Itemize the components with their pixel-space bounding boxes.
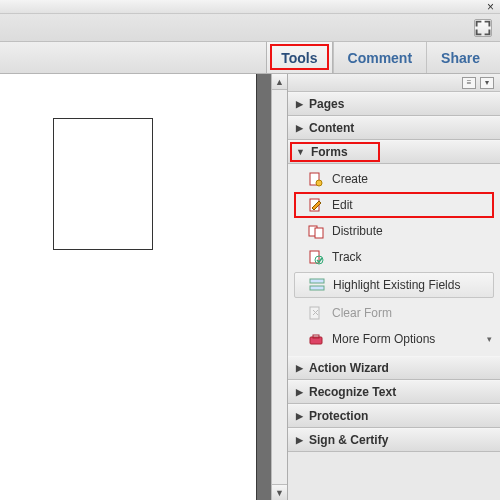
forms-item-create[interactable]: Create xyxy=(288,166,500,192)
triangle-down-icon: ▼ xyxy=(296,147,305,157)
highlight-fields-icon xyxy=(309,277,325,293)
svg-point-1 xyxy=(316,180,322,186)
tab-share[interactable]: Share xyxy=(426,42,494,73)
chevron-down-icon: ▾ xyxy=(487,334,492,344)
panel-dropdown-icon[interactable]: ▾ xyxy=(480,77,494,89)
section-header-recognize-text[interactable]: ▶ Recognize Text xyxy=(288,380,500,404)
item-label: Clear Form xyxy=(332,306,392,320)
section-label: Forms xyxy=(311,145,348,159)
triangle-right-icon: ▶ xyxy=(296,435,303,445)
scroll-down-icon[interactable]: ▼ xyxy=(272,484,287,500)
section-label: Protection xyxy=(309,409,368,423)
close-icon[interactable]: × xyxy=(487,0,494,14)
tab-bar: Tools Comment Share xyxy=(0,42,500,74)
forms-item-track[interactable]: Track xyxy=(288,244,500,270)
clear-form-icon xyxy=(308,305,324,321)
section-label: Recognize Text xyxy=(309,385,396,399)
forms-item-edit[interactable]: Edit xyxy=(288,192,500,218)
item-label: Highlight Existing Fields xyxy=(333,278,460,292)
tab-comment[interactable]: Comment xyxy=(333,42,427,73)
forms-item-clear-form: Clear Form xyxy=(288,300,500,326)
svg-rect-4 xyxy=(315,228,323,238)
form-track-icon xyxy=(308,249,324,265)
form-edit-icon xyxy=(308,197,324,213)
document-viewport: ▲ ▼ xyxy=(0,74,287,500)
triangle-right-icon: ▶ xyxy=(296,123,303,133)
panel-menu-icon[interactable]: ≡ xyxy=(462,77,476,89)
section-label: Sign & Certify xyxy=(309,433,388,447)
section-header-protection[interactable]: ▶ Protection xyxy=(288,404,500,428)
tab-tools[interactable]: Tools xyxy=(266,42,332,73)
scroll-up-icon[interactable]: ▲ xyxy=(272,74,287,90)
section-label: Content xyxy=(309,121,354,135)
tools-side-panel: ≡ ▾ ▶ Pages ▶ Content ▼ Forms Create Edi… xyxy=(287,74,500,500)
triangle-right-icon: ▶ xyxy=(296,99,303,109)
tab-label: Tools xyxy=(281,50,317,66)
forms-item-distribute[interactable]: Distribute xyxy=(288,218,500,244)
item-label: Create xyxy=(332,172,368,186)
forms-section-body: Create Edit Distribute Track Highlight E… xyxy=(288,164,500,356)
section-header-sign-certify[interactable]: ▶ Sign & Certify xyxy=(288,428,500,452)
svg-rect-7 xyxy=(310,279,324,283)
tab-label: Comment xyxy=(348,50,413,66)
form-distribute-icon xyxy=(308,223,324,239)
expand-fullscreen-button[interactable] xyxy=(474,19,492,37)
page-thumbnail[interactable] xyxy=(53,118,153,250)
section-header-forms[interactable]: ▼ Forms xyxy=(288,140,500,164)
svg-rect-8 xyxy=(310,286,324,290)
tab-label: Share xyxy=(441,50,480,66)
section-label: Pages xyxy=(309,97,344,111)
section-header-pages[interactable]: ▶ Pages xyxy=(288,92,500,116)
upper-toolbar xyxy=(0,14,500,42)
forms-item-more-options[interactable]: More Form Options ▾ xyxy=(288,326,500,352)
triangle-right-icon: ▶ xyxy=(296,387,303,397)
side-panel-toolstrip: ≡ ▾ xyxy=(288,74,500,92)
section-header-action-wizard[interactable]: ▶ Action Wizard xyxy=(288,356,500,380)
forms-item-highlight-existing-fields[interactable]: Highlight Existing Fields xyxy=(294,272,494,298)
item-label: Edit xyxy=(332,198,353,212)
toolbox-icon xyxy=(308,331,324,347)
item-label: Distribute xyxy=(332,224,383,238)
main-area: ▲ ▼ ≡ ▾ ▶ Pages ▶ Content ▼ Forms Create xyxy=(0,74,500,500)
section-label: Action Wizard xyxy=(309,361,389,375)
vertical-scrollbar[interactable]: ▲ ▼ xyxy=(271,74,287,500)
form-create-icon xyxy=(308,171,324,187)
item-label: Track xyxy=(332,250,362,264)
title-bar: × xyxy=(0,0,500,14)
triangle-right-icon: ▶ xyxy=(296,411,303,421)
triangle-right-icon: ▶ xyxy=(296,363,303,373)
section-header-content[interactable]: ▶ Content xyxy=(288,116,500,140)
item-label: More Form Options xyxy=(332,332,435,346)
